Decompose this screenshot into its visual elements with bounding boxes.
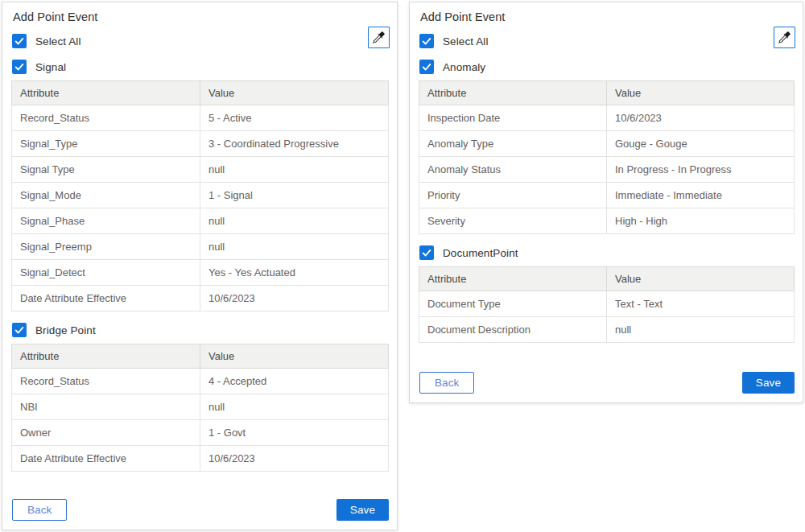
value-cell: null — [607, 317, 795, 343]
attribute-cell: Signal_Phase — [12, 208, 200, 234]
value-cell: In Progress - In Progress — [607, 157, 795, 183]
add-point-event-panel: Add Point EventSelect AllAnomalyAttribut… — [409, 2, 803, 403]
table-row: Inspection Date10/6/2023 — [419, 105, 795, 131]
table-row: NBInull — [12, 394, 389, 420]
table-header-row: AttributeValue — [12, 344, 389, 369]
value-cell: null — [200, 234, 389, 260]
table-row: Signal Typenull — [12, 157, 389, 183]
table-row: Anomaly TypeGouge - Gouge — [419, 131, 795, 157]
value-cell: 10/6/2023 — [200, 286, 389, 311]
attribute-cell: Date Attribute Effective — [12, 446, 200, 472]
panel-title: Add Point Event — [13, 10, 397, 23]
section-anomaly-checkbox[interactable] — [419, 60, 434, 74]
eyedropper-icon — [373, 31, 385, 43]
attribute-table-bridge-point: AttributeValueRecord_Status4 - AcceptedN… — [11, 344, 389, 472]
column-header-value: Value — [200, 344, 389, 369]
select-all-label: Select All — [35, 35, 81, 47]
checkmark-icon — [421, 35, 432, 47]
column-header-value: Value — [607, 81, 795, 105]
save-button[interactable]: Save — [742, 372, 795, 394]
column-header-attribute: Attribute — [419, 267, 607, 291]
value-cell: 10/6/2023 — [200, 446, 389, 472]
table-row: Signal_DetectYes - Yes Actuated — [12, 260, 389, 286]
table-row: Record_Status5 - Active — [12, 105, 389, 131]
attribute-cell: Record_Status — [12, 105, 200, 131]
panel-footer: BackSave — [410, 372, 803, 394]
section-row-documentpoint: DocumentPoint — [419, 245, 803, 260]
attribute-cell: Signal_Detect — [12, 260, 200, 286]
panel-footer: BackSave — [2, 499, 397, 521]
attribute-table-documentpoint: AttributeValueDocument TypeText - TextDo… — [419, 266, 795, 343]
value-cell: 3 - Coordinated Progressive — [200, 131, 389, 157]
select-all-label: Select All — [443, 35, 489, 47]
checkmark-icon — [14, 35, 25, 47]
attribute-cell: Anomaly Type — [419, 131, 607, 157]
value-cell: 5 - Active — [200, 105, 389, 131]
attribute-table-signal: AttributeValueRecord_Status5 - ActiveSig… — [11, 80, 389, 311]
table-row: Signal_Type3 - Coordinated Progressive — [12, 131, 389, 157]
value-cell: Text - Text — [607, 291, 795, 317]
table-row: Document Descriptionnull — [419, 317, 795, 343]
section-row-anomaly: Anomaly — [419, 60, 803, 74]
column-header-value: Value — [200, 81, 389, 105]
table-row: PriorityImmediate - Immediate — [419, 183, 795, 208]
panel-title: Add Point Event — [420, 10, 803, 23]
value-cell: Immediate - Immediate — [607, 183, 795, 208]
table-row: Document TypeText - Text — [419, 291, 795, 317]
attribute-table-anomaly: AttributeValueInspection Date10/6/2023An… — [419, 80, 795, 234]
save-button[interactable]: Save — [336, 499, 389, 521]
section-documentpoint-label: DocumentPoint — [443, 247, 518, 259]
attribute-cell: Signal_Type — [12, 131, 200, 157]
value-cell: Gouge - Gouge — [607, 131, 795, 157]
attribute-cell: Signal_Mode — [12, 183, 200, 208]
eyedropper-button[interactable] — [368, 27, 390, 48]
value-cell: null — [200, 208, 389, 234]
section-bridge-point-checkbox[interactable] — [12, 323, 27, 337]
table-header-row: AttributeValue — [12, 81, 389, 105]
section-documentpoint-checkbox[interactable] — [419, 245, 434, 260]
add-point-event-panel: Add Point EventSelect AllSignalAttribute… — [2, 2, 398, 530]
eyedropper-icon — [778, 31, 791, 43]
section-bridge-point-label: Bridge Point — [35, 324, 96, 336]
back-button[interactable]: Back — [12, 499, 67, 521]
section-signal-checkbox[interactable] — [12, 60, 27, 74]
section-row-bridge-point: Bridge Point — [12, 323, 397, 337]
table-row: Signal_Phasenull — [12, 208, 389, 234]
value-cell: 1 - Signal — [200, 183, 389, 208]
value-cell: 4 - Accepted — [200, 369, 389, 394]
attribute-cell: Signal_Preemp — [12, 234, 200, 260]
column-header-value: Value — [607, 267, 795, 291]
attribute-cell: Document Type — [419, 291, 607, 317]
section-row-signal: Signal — [12, 60, 397, 74]
value-cell: null — [200, 157, 389, 183]
checkmark-icon — [421, 247, 432, 258]
attribute-cell: Inspection Date — [419, 105, 607, 131]
select-all-checkbox[interactable] — [419, 34, 434, 48]
attribute-cell: NBI — [12, 394, 200, 420]
value-cell: Yes - Yes Actuated — [200, 260, 389, 286]
table-row: SeverityHigh - High — [419, 208, 795, 234]
table-row: Owner1 - Govt — [12, 420, 389, 446]
value-cell: 1 - Govt — [200, 420, 389, 446]
attribute-cell: Record_Status — [12, 369, 200, 394]
attribute-cell: Date Attribute Effective — [12, 286, 200, 311]
select-all-checkbox[interactable] — [12, 34, 27, 48]
attribute-cell: Document Description — [419, 317, 607, 343]
back-button[interactable]: Back — [419, 372, 474, 394]
section-anomaly-label: Anomaly — [443, 61, 485, 73]
table-row: Record_Status4 - Accepted — [12, 369, 389, 394]
app-root: Add Point EventSelect AllSignalAttribute… — [0, 0, 805, 532]
attribute-cell: Owner — [12, 420, 200, 446]
checkmark-icon — [14, 324, 25, 336]
eyedropper-button[interactable] — [774, 27, 795, 48]
table-header-row: AttributeValue — [419, 81, 795, 105]
table-header-row: AttributeValue — [419, 267, 795, 291]
column-header-attribute: Attribute — [12, 344, 200, 369]
column-header-attribute: Attribute — [12, 81, 200, 105]
table-row: Anomaly StatusIn Progress - In Progress — [419, 157, 795, 183]
checkmark-icon — [14, 61, 25, 72]
select-all-row: Select All — [419, 34, 803, 48]
select-all-row: Select All — [12, 34, 397, 48]
attribute-cell: Signal Type — [12, 157, 200, 183]
table-row: Date Attribute Effective10/6/2023 — [12, 286, 389, 311]
